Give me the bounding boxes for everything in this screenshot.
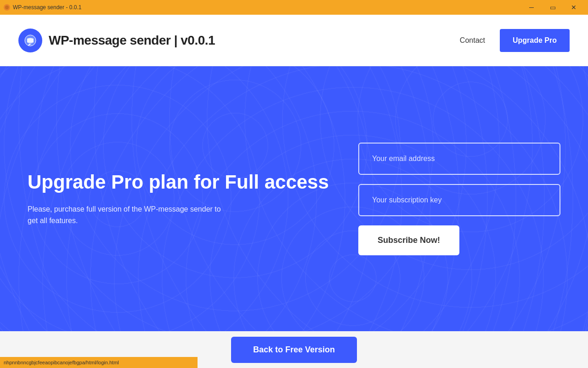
minimize-button[interactable]: ─ [521,0,542,15]
svg-point-0 [5,6,9,9]
email-input[interactable] [358,143,560,175]
contact-button[interactable]: Contact [460,36,485,45]
titlebar-left: WP-message sender - 0.0.1 [4,4,81,11]
right-content: Subscribe Now! [358,143,560,255]
upgrade-pro-button[interactable]: Upgrade Pro [500,29,570,52]
subscribe-button[interactable]: Subscribe Now! [358,225,459,255]
upgrade-heading: Upgrade Pro plan for Full access [28,171,331,194]
restore-button[interactable]: ▭ [542,0,563,15]
app-icon [4,4,10,11]
subscription-key-input[interactable] [358,184,560,216]
titlebar-controls: ─ ▭ ✕ [521,0,584,15]
titlebar: WP-message sender - 0.0.1 ─ ▭ ✕ [0,0,588,15]
brand-icon [18,29,42,52]
brand-title: WP-message sender | v0.0.1 [49,33,215,48]
back-to-free-button[interactable]: Back to Free Version [231,337,357,363]
close-button[interactable]: ✕ [563,0,584,15]
navbar: WP-message sender | v0.0.1 Contact Upgra… [0,15,588,66]
statusbar-url: nhpnnbnncgbjcfeeaopibcanojefbgpa/html/lo… [4,360,119,365]
titlebar-title: WP-message sender - 0.0.1 [13,4,81,11]
left-content: Upgrade Pro plan for Full access Please,… [28,171,358,227]
brand: WP-message sender | v0.0.1 [18,29,215,52]
main-content: Upgrade Pro plan for Full access Please,… [0,66,588,331]
statusbar: nhpnnbnncgbjcfeeaopibcanojefbgpa/html/lo… [0,357,198,368]
navbar-right: Contact Upgrade Pro [460,29,570,52]
upgrade-description: Please, purchase full version of the WP-… [28,203,230,227]
